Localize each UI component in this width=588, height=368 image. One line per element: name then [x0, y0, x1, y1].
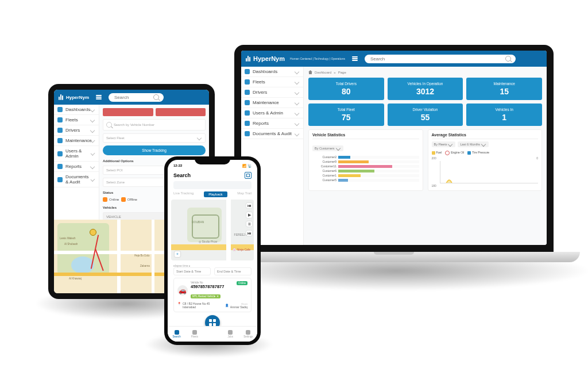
docs-icon [245, 131, 250, 136]
map-pause-icon[interactable]: ⏸ [246, 221, 252, 227]
bar-label: Customer11 [312, 164, 336, 168]
vehicle-marker-icon[interactable] [90, 229, 96, 236]
start-date-input[interactable]: Start Date & Time [173, 267, 211, 275]
offline-badge-icon [121, 197, 126, 202]
menu-icon[interactable] [96, 95, 102, 99]
map-label: Al Shubeah [64, 243, 78, 246]
tab-search[interactable]: Search [168, 327, 185, 342]
chevron-down-icon [295, 79, 299, 84]
kpi-value: 75 [312, 113, 381, 122]
search-icon [106, 122, 112, 128]
crumb-root[interactable]: Dashboard [315, 71, 331, 74]
sidebar-label: Users & Admin [253, 110, 283, 116]
laptop-main: Dashboard » Page Total Drivers80Vehicles… [304, 67, 547, 245]
online-badge: Online [237, 281, 247, 285]
settings-tab-icon [246, 330, 250, 335]
filter-by-customers[interactable]: By Customers [312, 145, 343, 151]
kpi-card[interactable]: Driver Violation55 [388, 103, 463, 126]
chip-a[interactable] [103, 108, 153, 116]
home-icon[interactable] [308, 70, 312, 74]
search-input[interactable] [369, 56, 505, 62]
sidebar-label: Dashboards [253, 69, 277, 74]
sidebar-item-docs[interactable]: Documents & Audit [241, 129, 303, 139]
sidebar-item-maintenance[interactable]: Maintenance [54, 136, 99, 146]
brand-logo: HyperNym [59, 94, 89, 100]
vehicle-address: C8 / B2 House No.45 Islamabad [183, 302, 212, 309]
sidebar-item-reports[interactable]: Reports [54, 162, 99, 172]
crumb-sep: » [334, 71, 335, 74]
sidebar-item-maintenance[interactable]: Maintenance [241, 98, 303, 108]
search-field[interactable] [365, 55, 516, 63]
map-label: Zabarna [140, 264, 150, 267]
sidebar-item-drivers[interactable]: Drivers [241, 87, 303, 98]
menu-icon[interactable] [352, 56, 358, 61]
dashboards-icon [245, 69, 250, 74]
vehicle-tag[interactable]: MTL Rented Vehicle ✕ [191, 294, 220, 298]
sidebar-item-drivers[interactable]: Drivers [54, 125, 99, 136]
sidebar-item-dashboards[interactable]: Dashboards [241, 67, 303, 77]
kpi-value: 80 [312, 87, 381, 96]
phone-map[interactable]: DOUBAN ◎ Studio Picar FEREEJ AL 🍥 Ninja … [171, 200, 254, 260]
layout-icon[interactable] [245, 172, 252, 179]
tab-playback[interactable]: Playback [204, 191, 227, 197]
chevron-down-icon [295, 100, 299, 105]
kpi-card[interactable]: Total Drivers80 [308, 78, 384, 100]
locate-me-icon[interactable]: ⌖ [175, 251, 180, 257]
tab-jobs[interactable]: Jobs [222, 327, 239, 342]
elapse-label: elapse time ▸ [168, 263, 257, 267]
sidebar-item-docs[interactable]: Documents & Audit [54, 172, 99, 187]
sidebar-item-fleets[interactable]: Fleets [241, 77, 303, 87]
kpi-row-top: Total Drivers80Vehicles In Operation3012… [308, 78, 542, 100]
kpi-card[interactable]: Vehicles In1 [466, 103, 542, 126]
bar-row: Customer9 [312, 160, 419, 163]
maintenance-icon [245, 100, 250, 105]
panel-title: Vehicle Statistics [312, 133, 419, 139]
kpi-row-bottom: Total Fleet75Driver Violation55Vehicles … [308, 103, 542, 126]
crumb-page: Page [338, 71, 346, 74]
search-vehicle-input[interactable]: Search by Vehicle Number [103, 119, 206, 131]
chevron-down-icon [295, 110, 299, 115]
phone-search-input[interactable] [173, 181, 252, 189]
filter-by-fleets[interactable]: By Fleets [432, 141, 456, 147]
map-skip-fwd-icon[interactable]: ⏭ [246, 231, 252, 236]
bar-label: Customer9 [312, 160, 336, 163]
search-input[interactable] [113, 94, 153, 101]
map-play-icon[interactable]: ▶ [246, 212, 252, 218]
bar-row: Customer5 [312, 178, 419, 182]
drivers-icon [57, 128, 63, 133]
phone-mockup: 12:22 📶 📡 Search Live Tracking Playback … [164, 156, 261, 345]
filter-last-6-months[interactable]: Last 6 Months [458, 141, 489, 147]
kpi-label: Maintenance [470, 82, 539, 86]
tab-trail[interactable]: Map Trail [237, 191, 252, 197]
tab-settings[interactable]: Settings [239, 327, 257, 342]
sidebar-item-users[interactable]: Users & Admin [54, 146, 99, 162]
sidebar-item-reports[interactable]: Reports [241, 118, 303, 129]
kpi-card[interactable]: Total Fleet75 [308, 103, 384, 126]
chip-b[interactable] [156, 108, 206, 116]
sidebar-label: Documents & Audit [253, 131, 292, 136]
panel-vehicle-stats: Vehicle Statistics By Customers Customer… [308, 129, 423, 191]
brand-logo: HyperNym [246, 55, 285, 62]
tab-live[interactable]: Live Tracking [173, 191, 194, 197]
sidebar-item-fleets[interactable]: Fleets [54, 115, 99, 125]
kpi-value: 55 [391, 113, 460, 122]
map-skip-back-icon[interactable]: ⏮ [246, 203, 252, 208]
sidebar-item-dashboards[interactable]: Dashboards [54, 105, 99, 115]
tab-fleets[interactable]: Fleets [185, 327, 203, 342]
kpi-card[interactable]: Maintenance15 [466, 78, 542, 100]
maintenance-icon [57, 138, 63, 143]
sidebar-item-users[interactable]: Users & Admin [241, 108, 303, 118]
search-field[interactable] [109, 93, 164, 102]
mode-tabs: Live Tracking Playback Map Trail [168, 191, 257, 197]
kpi-card[interactable]: Vehicles In Operation3012 [388, 78, 463, 100]
select-fleet[interactable]: Select Fleet [103, 133, 206, 143]
map-label: Al Khawasj [69, 277, 82, 280]
vehicle-card[interactable]: 🚗 Vehicle No 45978578787877 MTL Rented V… [173, 278, 252, 312]
tire-swatch-icon [467, 151, 471, 155]
date-range: Start Date & Time End Date & Time [168, 267, 257, 275]
avatar-icon: 👤 [225, 304, 229, 307]
logo-bars-icon [246, 56, 252, 62]
end-date-input[interactable]: End Date & Time [214, 267, 252, 275]
search-icon [505, 56, 511, 62]
show-tracking-button[interactable]: Show Tracking [103, 145, 206, 155]
